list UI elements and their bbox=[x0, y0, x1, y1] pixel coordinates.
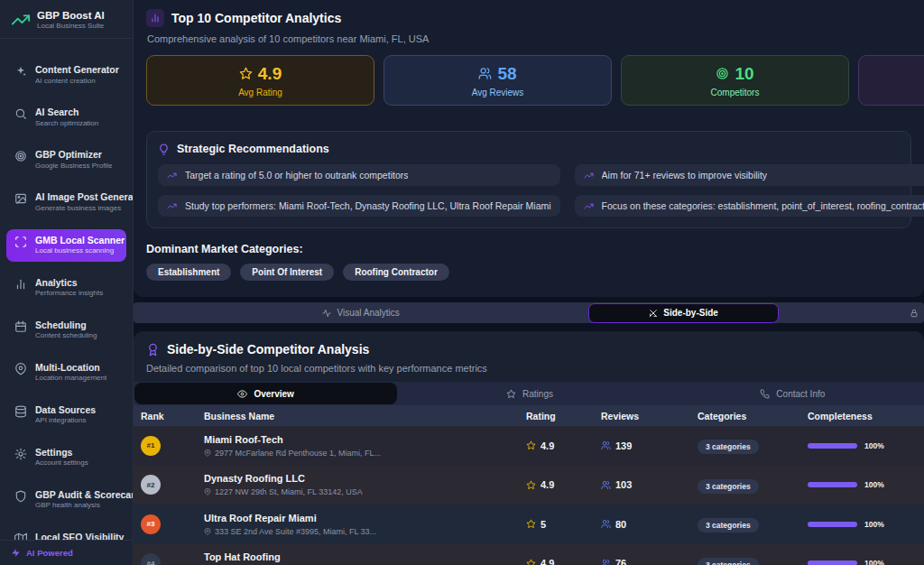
business-name: Ultra Roof Repair Miami bbox=[204, 513, 526, 523]
tab-ratings[interactable]: Ratings bbox=[398, 382, 661, 405]
star-icon bbox=[239, 67, 253, 80]
completeness-bar bbox=[808, 482, 857, 487]
business-address: 2977 McFarlane Rd Penthouse 1, Miami, FL… bbox=[215, 449, 381, 458]
recommendation-text: Study top performers: Miami Roof-Tech, D… bbox=[185, 200, 551, 211]
page-title: Top 10 Competitor Analytics bbox=[171, 11, 341, 25]
sidebar-item-local-seo-visibility[interactable]: Local SEO Visibility Geo-grid coverage m… bbox=[6, 526, 126, 540]
scan-icon bbox=[14, 236, 27, 248]
categories-badge: 3 categories bbox=[698, 518, 759, 533]
lock-icon bbox=[910, 309, 919, 318]
app-logo: GBP Boost AI Local Business Suite bbox=[0, 0, 133, 39]
recommendation-text: Focus on these categories: establishment… bbox=[602, 200, 924, 211]
sidebar-item-analytics[interactable]: Analytics Performance insights bbox=[6, 272, 126, 304]
ai-powered-badge: AI Powered bbox=[0, 540, 133, 565]
view-tab-bar: Visual Analytics Side-by-Side bbox=[134, 302, 924, 323]
sidebar: GBP Boost AI Local Business Suite Conten… bbox=[0, 0, 134, 565]
sparkles-icon bbox=[14, 65, 27, 78]
main-content: Top 10 Competitor Analytics Comprehensiv… bbox=[134, 0, 924, 565]
shield-icon bbox=[14, 490, 27, 503]
tab-label: Overview bbox=[254, 389, 293, 399]
sidebar-item-multi-location[interactable]: Multi-Location Location management bbox=[6, 357, 126, 389]
sidebar-item-gbp-audit[interactable]: GBP Audit & Scorecard GBP health analysi… bbox=[6, 484, 126, 516]
analytics-panel: Top 10 Competitor Analytics Comprehensiv… bbox=[134, 0, 924, 297]
competitor-table: Rank Business Name Rating Reviews Catego… bbox=[134, 405, 924, 565]
sidebar-item-sublabel: API integrations bbox=[35, 416, 96, 425]
sidebar-item-ai-image-post[interactable]: AI Image Post Genera... Generate busines… bbox=[6, 186, 126, 218]
bar-chart-icon bbox=[150, 13, 161, 23]
tab-side-by-side[interactable]: Side-by-Side bbox=[588, 303, 779, 323]
strategic-recommendations-panel: Strategic Recommendations Target a ratin… bbox=[146, 131, 911, 228]
sidebar-item-ai-search[interactable]: AI Search Search optimization bbox=[6, 101, 126, 134]
reviews-value: 76 bbox=[615, 558, 626, 565]
column-header-reviews: Reviews bbox=[601, 411, 698, 421]
activity-icon bbox=[322, 309, 331, 318]
sidebar-item-label: Data Sources bbox=[35, 404, 96, 417]
stat-value: 10 bbox=[735, 64, 753, 84]
sidebar-item-scheduling[interactable]: Scheduling Content scheduling bbox=[6, 314, 126, 347]
tab-visual-analytics[interactable]: Visual Analytics bbox=[134, 302, 588, 323]
database-icon bbox=[14, 405, 27, 418]
bar-chart-icon bbox=[14, 278, 27, 291]
recommendations-title: Strategic Recommendations bbox=[177, 143, 329, 155]
completeness-value: 100% bbox=[864, 480, 884, 489]
app-title: GBP Boost AI bbox=[37, 9, 105, 22]
stat-card-competitors: 10 Competitors bbox=[621, 55, 849, 106]
award-icon bbox=[146, 343, 160, 357]
table-row[interactable]: #1 Miami Roof-Tech 2977 McFarlane Rd Pen… bbox=[134, 426, 924, 466]
table-row[interactable]: #4 Top Hat Roofing 10 SW 5th St, Miami, … bbox=[134, 544, 924, 565]
reviews-value: 80 bbox=[615, 519, 626, 530]
sidebar-item-sublabel: Generate business images bbox=[35, 204, 133, 213]
dominant-categories-title: Dominant Market Categories: bbox=[146, 243, 911, 255]
column-header-rating: Rating bbox=[526, 411, 601, 421]
sidebar-item-label: GMB Local Scanner bbox=[35, 235, 125, 247]
tab-partial[interactable] bbox=[779, 302, 924, 323]
users-icon bbox=[478, 67, 492, 80]
column-header-rank: Rank bbox=[141, 411, 204, 421]
rank-badge: #2 bbox=[141, 475, 161, 495]
target-icon bbox=[14, 150, 27, 162]
column-header-categories: Categories bbox=[698, 411, 808, 421]
star-icon bbox=[526, 559, 536, 565]
rank-badge: #3 bbox=[141, 514, 161, 534]
sidebar-item-gmb-local-scanner[interactable]: GMB Local Scanner Local business scannin… bbox=[6, 229, 126, 262]
users-icon bbox=[601, 440, 611, 450]
stat-label: Competitors bbox=[711, 88, 760, 97]
tab-overview[interactable]: Overview bbox=[134, 383, 397, 404]
recommendation-text: Aim for 71+ reviews to improve visibilit… bbox=[602, 170, 768, 181]
table-row[interactable]: #3 Ultra Roof Repair Miami 333 SE 2nd Av… bbox=[134, 505, 924, 544]
sidebar-item-data-sources[interactable]: Data Sources API integrations bbox=[6, 399, 126, 431]
map-icon bbox=[14, 533, 27, 540]
sidebar-item-sublabel: GBP health analysis bbox=[35, 501, 133, 510]
table-header-row: Rank Business Name Rating Reviews Catego… bbox=[134, 405, 924, 426]
sidebar-item-label: AI Image Post Genera... bbox=[35, 191, 133, 204]
column-header-business-name: Business Name bbox=[204, 411, 526, 421]
sidebar-item-label: GBP Optimizer bbox=[35, 149, 112, 162]
column-header-completeness: Completeness bbox=[808, 411, 924, 421]
sidebar-item-sublabel: Content scheduling bbox=[35, 331, 97, 340]
side-by-side-panel: Side-by-Side Competitor Analysis Detaile… bbox=[134, 331, 924, 565]
phone-icon bbox=[760, 389, 770, 399]
recommendation-item: Study top performers: Miami Roof-Tech, D… bbox=[158, 195, 560, 217]
rank-badge: #4 bbox=[141, 553, 161, 565]
comparison-subtitle: Detailed comparison of top 10 local comp… bbox=[146, 363, 911, 374]
recommendation-item: Focus on these categories: establishment… bbox=[575, 195, 924, 217]
stat-card-avg-rating: 4.9 Avg Rating bbox=[146, 55, 374, 106]
app-root: GBP Boost AI Local Business Suite Conten… bbox=[0, 0, 924, 565]
sidebar-item-settings[interactable]: Settings Account settings bbox=[6, 441, 126, 474]
rating-value: 5 bbox=[541, 519, 546, 530]
table-row[interactable]: #2 Dynasty Roofing LLC 1227 NW 29th St, … bbox=[134, 466, 924, 505]
category-pill: Point Of Interest bbox=[240, 264, 334, 281]
tab-contact-info[interactable]: Contact Info bbox=[661, 382, 924, 405]
sidebar-item-content-generator[interactable]: Content Generator AI content creation bbox=[6, 59, 126, 91]
star-icon bbox=[526, 480, 536, 490]
sidebar-item-gbp-optimizer[interactable]: GBP Optimizer Google Business Profile bbox=[6, 144, 126, 176]
categories-badge: 3 categories bbox=[698, 440, 759, 454]
sidebar-item-label: Local SEO Visibility bbox=[35, 532, 124, 540]
star-icon bbox=[506, 389, 516, 399]
stats-row: 4.9 Avg Rating 58 Avg Reviews 10 bbox=[146, 55, 924, 106]
target-icon bbox=[716, 67, 729, 80]
sidebar-item-sublabel: Location management bbox=[35, 374, 106, 383]
search-icon bbox=[14, 107, 27, 120]
categories-badge: 3 categories bbox=[698, 558, 759, 565]
categories-badge: 3 categories bbox=[698, 479, 759, 494]
